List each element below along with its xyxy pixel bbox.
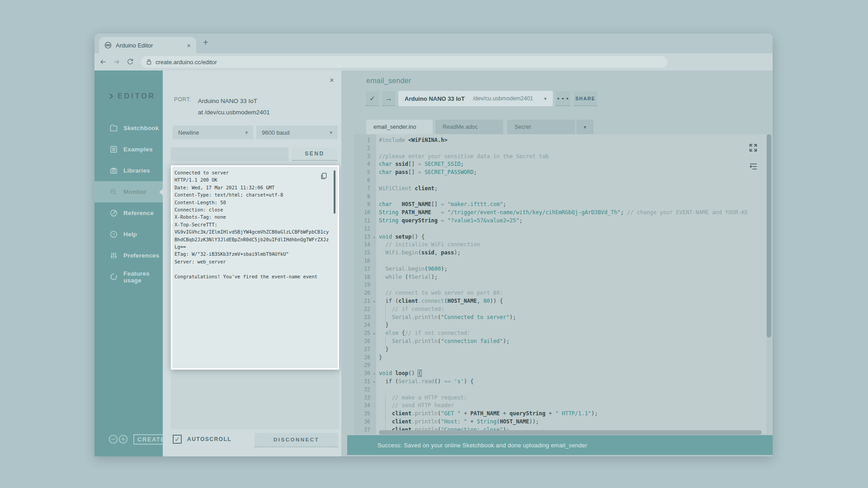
send-button[interactable]: SEND [292,147,337,161]
console-line: HTTP/1.1 200 OK [175,176,331,183]
serial-output-box[interactable]: Connected to serverHTTP/1.1 200 OKDate: … [171,165,339,370]
port-board-name: Arduino NANO 33 IoT [198,98,257,104]
sidebar-item-label: Examples [123,146,153,153]
forward-icon[interactable] [113,58,121,66]
sidebar-item-monitor[interactable]: Monitor [94,181,163,202]
fold-arrow-icon[interactable]: ▾ [373,370,375,378]
line-ending-select[interactable]: Newline ▾ [173,126,253,139]
code-line: 7WiFiClient client; [354,185,766,193]
fold-arrow-icon[interactable]: ▾ [373,298,375,306]
line-number: 16 [354,257,376,265]
code-line: 18 while (!Serial); [354,273,766,282]
code-editor[interactable]: 1#include <WiFiNINA.h>23//please enter y… [354,134,766,434]
serial-message-input[interactable] [171,147,288,161]
line-number: 15 [354,249,376,257]
code-text: char pass[] = SECRET_PASSWORD; [376,169,766,177]
reload-icon[interactable] [126,58,134,66]
line-ending-value: Newline [178,129,199,136]
code-text [376,386,766,394]
code-line: 9char HOST_NAME[] = "maker.ifttt.com"; [354,201,766,209]
sidebar-item-features-usage[interactable]: Features usage [94,266,163,287]
code-text: // initialize WiFi connection [376,241,766,249]
code-line: 26 Serial.println("connection failed"); [354,338,766,346]
code-line: 36 client.println("Host: " + String(HOST… [354,418,766,426]
autoscroll-checkbox[interactable]: ✓ [173,435,182,444]
code-text: String queryString = "?value1=57&value2=… [376,217,766,225]
fold-arrow-icon[interactable]: ▾ [373,330,375,338]
browser-tab[interactable]: Arduino Editor × [99,37,196,53]
code-text: else {// if not connected: [376,329,766,338]
chevron-down-icon: ▾ [544,96,547,102]
sidebar-item-examples[interactable]: Examples [94,139,163,160]
share-button[interactable]: SHARE [574,91,597,106]
code-text: } [376,346,766,354]
circle-icon [109,272,118,281]
disconnect-button[interactable]: DISCONNECT [255,433,338,447]
tabs-dropdown-button[interactable]: ▾ [576,120,594,134]
upload-button[interactable]: → [382,91,395,106]
code-line: 5char pass[] = SECRET_PASSWORD; [354,169,766,177]
fold-arrow-icon[interactable]: ▾ [373,378,375,386]
code-text: WiFiClient client; [376,185,766,193]
serial-console: Connected to serverHTTP/1.1 200 OKDate: … [171,165,339,429]
sidebar-item-help[interactable]: ?Help [94,224,163,245]
code-text: Serial.println("connection failed"); [376,338,766,346]
magnifier-icon [109,188,118,196]
arduino-infinity-icon [108,434,129,445]
sidebar-item-label: Features usage [123,270,163,284]
code-line: 22 // if connected: [354,305,766,314]
board-port: /dev/cu.usbmodem2401 [473,95,533,102]
sidebar-item-libraries[interactable]: Libraries [94,160,163,181]
sidebar-item-label: Help [123,231,137,238]
file-tab-readme-adoc[interactable]: ReadMe.adoc [435,120,503,134]
console-scrollbar-thumb[interactable] [334,170,335,214]
line-number: 10 [354,209,376,217]
code-text: if (Serial.read() == 's') { [376,378,766,386]
console-line: X-Top-SecreTTT: [175,221,331,228]
file-tab-email-sender-ino[interactable]: email_sender.ino [366,120,433,134]
line-number: 19 [354,281,376,289]
sidebar-item-reference[interactable]: Reference [94,202,163,224]
monitor-close-icon[interactable]: × [330,76,334,85]
code-line: 29 [354,361,766,370]
line-number: 9 [354,201,376,209]
fullscreen-expand-icon[interactable] [748,143,758,153]
line-number: 20 [354,289,376,297]
chevron-down-icon: ▾ [584,124,586,130]
board-selector[interactable]: Arduino NANO 33 IoT /dev/cu.usbmodem2401… [398,91,553,106]
sidebar-item-preferences[interactable]: Preferences [94,245,163,266]
lock-icon [146,59,151,65]
baud-rate-select[interactable]: 9600 baud ▾ [256,126,338,139]
new-tab-button[interactable]: + [203,38,208,48]
copy-icon[interactable] [320,172,328,180]
code-line: 6 [354,177,766,185]
back-icon[interactable] [99,58,107,66]
more-options-button[interactable]: ● ● ● [556,91,571,106]
line-number: 11 [354,217,376,225]
autoscroll-toggle[interactable]: ✓ AUTOSCROLL [173,435,231,444]
library-icon [109,166,118,175]
sidebar-item-label: Sketchbook [123,125,159,131]
fold-arrow-icon[interactable]: ▾ [373,234,375,242]
file-tab-secret[interactable]: Secret [507,120,575,134]
port-device-path: at /dev/cu.usbmodem2401 [198,109,270,116]
sidebar-item-sketchbook[interactable]: Sketchbook [94,117,163,139]
code-line: 33 // make a HTTP request: [354,394,766,402]
editor-horizontal-scrollbar[interactable] [379,430,762,435]
verify-button[interactable]: ✓ [366,91,379,106]
code-line: 10String PATH_NAME = "/trigger/event-nam… [354,209,766,217]
editor-vertical-scrollbar[interactable] [767,134,771,338]
url-bar[interactable]: create.arduino.cc/editor [141,56,667,68]
autoformat-icon[interactable] [749,162,758,171]
status-message: Success: Saved on your online Sketchbook… [377,442,587,449]
code-text: Serial.println("Connected to server"); [376,314,766,322]
desktop: Arduino Editor × + create.arduino.cc/edi… [0,0,868,488]
line-number: 6 [354,177,376,185]
tab-close-icon[interactable]: × [187,42,191,49]
code-text: while (!Serial); [376,273,766,282]
line-number: 30▾ [354,370,376,378]
code-line: 24 } [354,321,766,329]
compass-icon [109,209,118,217]
board-name: Arduino NANO 33 IoT [405,95,465,102]
code-line: 27 } [354,346,766,354]
